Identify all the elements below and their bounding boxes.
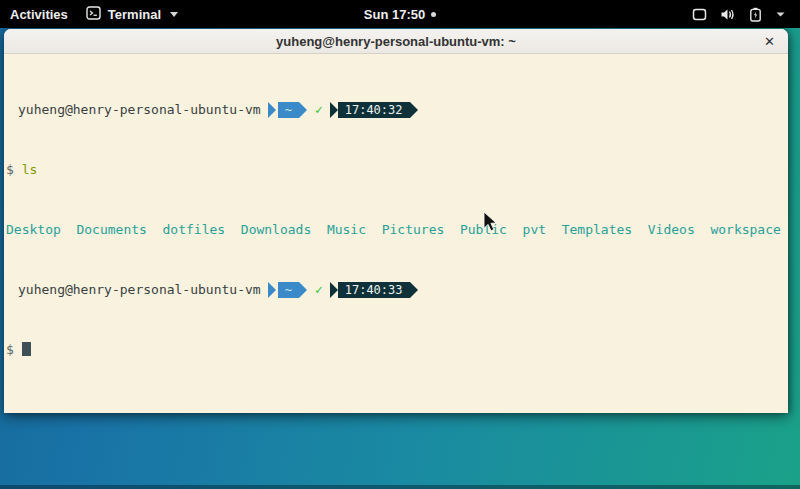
prompt-symbol: $: [6, 162, 14, 177]
prompt-user-host: yuheng@henry-personal-ubuntu-vm: [18, 102, 261, 117]
terminal-icon: [86, 6, 101, 23]
prompt-line-1: yuheng@henry-personal-ubuntu-vm~✓17:40:3…: [6, 102, 786, 117]
battery-charging-icon: [749, 7, 762, 22]
system-tray[interactable]: [692, 7, 800, 22]
powerline-arrow-icon: [330, 102, 338, 118]
powerline-arrow-icon: [410, 102, 418, 118]
prompt-symbol: $: [6, 342, 14, 357]
chevron-down-icon: [170, 12, 178, 17]
window-titlebar[interactable]: yuheng@henry-personal-ubuntu-vm: ~ ✕: [4, 29, 788, 54]
prompt-line-2: yuheng@henry-personal-ubuntu-vm~✓17:40:3…: [6, 282, 786, 297]
notification-dot-icon: [431, 12, 436, 17]
top-bar: Activities Terminal Sun 17:50: [0, 0, 800, 28]
powerline-arrow-icon: [299, 102, 307, 118]
prompt-cwd-segment: ~: [278, 282, 299, 298]
mouse-cursor: [483, 211, 497, 236]
clock-label[interactable]: Sun 17:50: [364, 7, 425, 22]
prompt-user-host: yuheng@henry-personal-ubuntu-vm: [18, 282, 261, 297]
command-text: ls: [22, 162, 38, 177]
window-title: yuheng@henry-personal-ubuntu-vm: ~: [276, 34, 516, 49]
volume-icon: [720, 8, 736, 21]
powerline-arrow-icon: [410, 282, 418, 298]
display-icon: [692, 8, 707, 21]
app-menu-button[interactable]: Terminal: [86, 6, 178, 23]
powerline-arrow-icon: [299, 282, 307, 298]
prompt-cwd-segment: ~: [278, 102, 299, 118]
powerline-arrow-icon: [330, 282, 338, 298]
ls-output-line: Desktop Documents dotfiles Downloads Mus…: [6, 222, 786, 237]
activities-button[interactable]: Activities: [10, 7, 68, 22]
command-line-2: $: [6, 342, 786, 357]
command-line-1: $ ls: [6, 162, 786, 177]
terminal-window: yuheng@henry-personal-ubuntu-vm: ~ ✕ yuh…: [4, 29, 788, 413]
close-button[interactable]: ✕: [764, 29, 775, 54]
powerline-arrow-icon: [268, 102, 276, 118]
prompt-time-segment: 17:40:32: [338, 102, 410, 118]
tray-chevron-down-icon: [775, 11, 786, 18]
status-check-icon: ✓: [315, 102, 323, 117]
terminal-cursor: [22, 342, 31, 356]
status-check-icon: ✓: [315, 282, 323, 297]
prompt-time-segment: 17:40:33: [338, 282, 410, 298]
powerline-arrow-icon: [268, 282, 276, 298]
app-menu-label: Terminal: [108, 7, 161, 22]
terminal-content[interactable]: yuheng@henry-personal-ubuntu-vm~✓17:40:3…: [4, 54, 788, 412]
